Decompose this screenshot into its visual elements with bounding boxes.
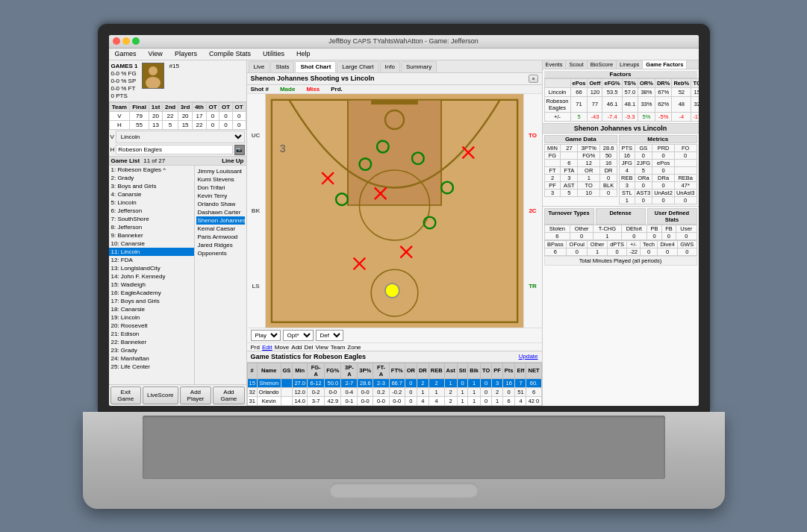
bp-ofoul-label: OFoul bbox=[567, 240, 588, 248]
menu-players[interactable]: Players bbox=[172, 49, 199, 58]
close-button[interactable] bbox=[113, 37, 120, 45]
m-gs-val: 0 bbox=[635, 151, 652, 159]
livescore-button[interactable]: LiveScore bbox=[143, 387, 178, 404]
menu-compile-stats[interactable]: Compile Stats bbox=[207, 49, 253, 58]
list-item-16[interactable]: 16: EagleAcademy bbox=[109, 289, 194, 297]
lineup-orlando[interactable]: Orlando Shaw bbox=[196, 200, 245, 208]
lineup-kevin[interactable]: Kevin Terry bbox=[196, 192, 245, 200]
list-item-2[interactable]: 2: Grady bbox=[109, 174, 194, 182]
gd-row-min: MIN 27 3PT% 28.6 bbox=[544, 144, 617, 151]
play-select[interactable]: Play bbox=[251, 330, 281, 341]
lineup-shenon[interactable]: Shenon Johannes bbox=[196, 216, 245, 225]
list-item-9[interactable]: 9: Banneker bbox=[109, 231, 194, 240]
tab-large-chart[interactable]: Large Chart bbox=[337, 61, 378, 72]
list-item-17[interactable]: 17: Boys and Girls bbox=[109, 297, 194, 305]
menu-games[interactable]: Games bbox=[113, 49, 139, 58]
home-final: 55 bbox=[130, 120, 149, 129]
m-pts-label: PTS bbox=[620, 144, 635, 151]
camera-icon[interactable]: 📷 bbox=[234, 145, 245, 155]
opt-select[interactable]: Opt* bbox=[283, 330, 314, 341]
list-item-1[interactable]: 1: Robeson Eagles ^ bbox=[109, 166, 194, 174]
list-item-12[interactable]: 12: FDA bbox=[109, 256, 194, 264]
list-item-8[interactable]: 8: Jefferson bbox=[109, 223, 194, 231]
list-item-20[interactable]: 20: Roosevelt bbox=[109, 322, 194, 330]
list-item-22[interactable]: 22: Banneker bbox=[109, 338, 194, 346]
visitor-2nd: 22 bbox=[163, 111, 178, 120]
list-item-21[interactable]: 21: Edison bbox=[109, 330, 194, 338]
list-item-13[interactable]: 13: LongIslandCity bbox=[109, 264, 194, 272]
stats-row-orlando[interactable]: 32 Orlando 12.0 0-2 0-0 0-4 0-0 bbox=[247, 387, 541, 396]
lineup-opponents[interactable]: Opponents bbox=[196, 249, 245, 257]
home-2nd: 5 bbox=[163, 120, 178, 129]
add-game-button[interactable]: Add Game bbox=[213, 387, 244, 404]
fth-reb: Reb% bbox=[672, 78, 691, 87]
maximize-button[interactable] bbox=[132, 37, 140, 45]
def-select[interactable]: Def bbox=[316, 330, 343, 341]
tab-stats[interactable]: Stats bbox=[270, 61, 294, 72]
list-item-3[interactable]: 3: Boys and Girls bbox=[109, 182, 194, 190]
update-button[interactable]: Update bbox=[519, 353, 538, 360]
menu-help[interactable]: Help bbox=[294, 49, 313, 58]
tab-shot-chart[interactable]: Shot Chart bbox=[295, 61, 336, 72]
tab-info[interactable]: Info bbox=[380, 61, 400, 72]
m-row-8: 1 0 0 0 bbox=[620, 196, 697, 204]
list-item-5[interactable]: 5: Lincoln bbox=[109, 198, 194, 207]
list-item-7[interactable]: 7: SouthShore bbox=[109, 215, 194, 223]
td-or-shenon: 0 bbox=[405, 378, 417, 387]
list-item-23[interactable]: 23: Grady bbox=[109, 346, 194, 354]
list-item-14[interactable]: 14: John F. Kennedy bbox=[109, 272, 194, 281]
to-tchg-label: T-CHG bbox=[593, 225, 621, 232]
list-item-18[interactable]: 18: Canarsie bbox=[109, 305, 194, 313]
game-list[interactable]: 1: Robeson Eagles ^ 2: Grady 3: Boys and… bbox=[109, 166, 195, 384]
list-item-15[interactable]: 15: Wadleigh bbox=[109, 281, 194, 289]
court-svg-area[interactable]: 3 bbox=[266, 94, 523, 328]
lineup-jared[interactable]: Jared Ridges bbox=[196, 241, 245, 249]
game-list-count: 11 of 27 bbox=[143, 157, 165, 164]
list-item-25[interactable]: 25: Life Center bbox=[109, 363, 194, 371]
add-player-button[interactable]: Add Player bbox=[180, 387, 212, 404]
list-item-11[interactable]: 11: Lincoln bbox=[109, 248, 194, 256]
edit-link[interactable]: Edit bbox=[262, 344, 272, 350]
factors-header-row: ePos Oeff eFG% TS% OR% DR% Reb% TO% Ftm/ bbox=[544, 78, 699, 87]
exit-game-button[interactable]: Exit Game bbox=[110, 387, 141, 404]
right-tab-events[interactable]: Events bbox=[543, 60, 567, 69]
list-item-6[interactable]: 6: Jefferson bbox=[109, 207, 194, 215]
right-tab-bioscore[interactable]: BioScore bbox=[588, 60, 617, 69]
th-num: # bbox=[247, 363, 257, 378]
right-tab-scout[interactable]: Scout bbox=[566, 60, 587, 69]
lineup-paris[interactable]: Paris Armwood bbox=[196, 233, 245, 241]
right-tab-lineups[interactable]: Lineups bbox=[617, 60, 643, 69]
game-data-header: Game Data bbox=[544, 135, 618, 143]
lineup-jimmy[interactable]: Jimmy Louissant bbox=[196, 167, 245, 175]
label-bk: BK bbox=[247, 207, 265, 214]
minimize-button[interactable] bbox=[122, 37, 130, 45]
visitor-ot2: 0 bbox=[219, 111, 233, 120]
lineup-dashawn[interactable]: Dashawn Carter bbox=[196, 208, 245, 216]
lineup-kumi[interactable]: Kumi Stevens bbox=[196, 175, 245, 184]
td-min-orlando: 12.0 bbox=[293, 387, 308, 396]
m-reba-val: 47* bbox=[674, 181, 697, 189]
gd-row-fg: FG FG% 50 bbox=[544, 151, 617, 159]
list-item-19[interactable]: 19: Lincoln bbox=[109, 313, 194, 322]
list-item-24[interactable]: 24: Manhattan bbox=[109, 354, 194, 363]
list-item-10[interactable]: 10: Canarsie bbox=[109, 240, 194, 248]
tab-live[interactable]: Live bbox=[249, 61, 270, 72]
lineup-don[interactable]: Don Trifari bbox=[196, 184, 245, 192]
gd-row-pf: PF AST TO BLK bbox=[544, 181, 617, 189]
tab-summary[interactable]: Summary bbox=[401, 61, 437, 72]
td-name-orlando: Orlando bbox=[257, 387, 281, 396]
to-tchg-val: 1 bbox=[593, 232, 621, 240]
m-prd-val: 0 bbox=[652, 151, 675, 159]
shot-chart-close[interactable]: × bbox=[529, 75, 538, 83]
menu-view[interactable]: View bbox=[146, 49, 165, 58]
visitor-team-select[interactable]: Lincoln bbox=[116, 131, 245, 143]
right-tab-game-factors[interactable]: Game Factors bbox=[643, 60, 687, 69]
list-item-4[interactable]: 4: Canarsie bbox=[109, 190, 194, 198]
center-panel: Live Stats Shot Chart Large Chart Info S… bbox=[247, 60, 542, 406]
stats-row-shenon[interactable]: 15 Shenon 27.0 6-12 50.0 2-7 28.6 bbox=[247, 378, 541, 387]
lineup-kemal[interactable]: Kemal Caesar bbox=[196, 225, 245, 233]
gd-fg-val bbox=[561, 151, 578, 159]
th-fga: FG-A bbox=[307, 363, 324, 378]
stats-row-kevin[interactable]: 31 Kevin 14.0 3-7 42.9 0-1 0-0 bbox=[247, 396, 541, 405]
menu-utilities[interactable]: Utilities bbox=[261, 49, 287, 58]
